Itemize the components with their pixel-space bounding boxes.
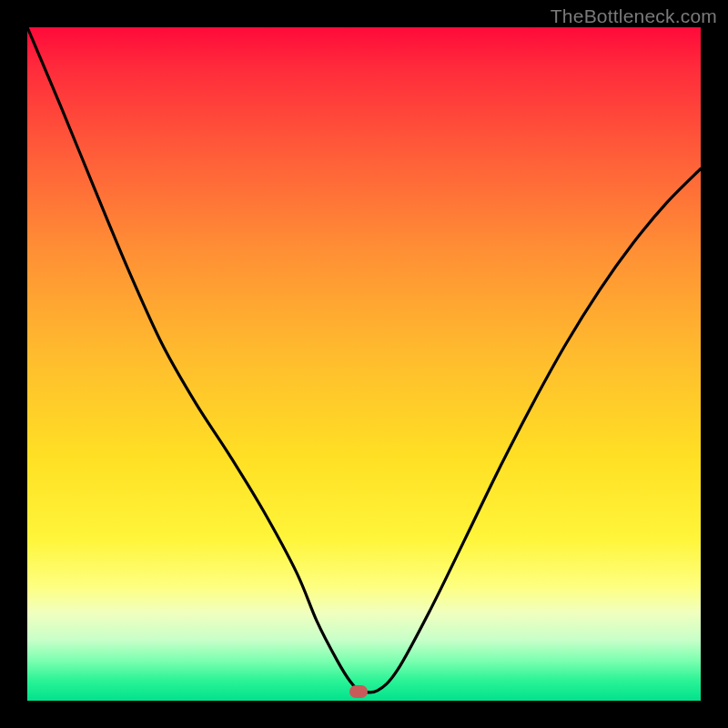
min-marker — [349, 685, 368, 698]
chart-frame: TheBottleneck.com — [0, 0, 728, 728]
curve-svg — [27, 27, 701, 701]
bottleneck-curve — [27, 27, 701, 693]
plot-area — [27, 27, 701, 701]
watermark-text: TheBottleneck.com — [551, 5, 717, 27]
